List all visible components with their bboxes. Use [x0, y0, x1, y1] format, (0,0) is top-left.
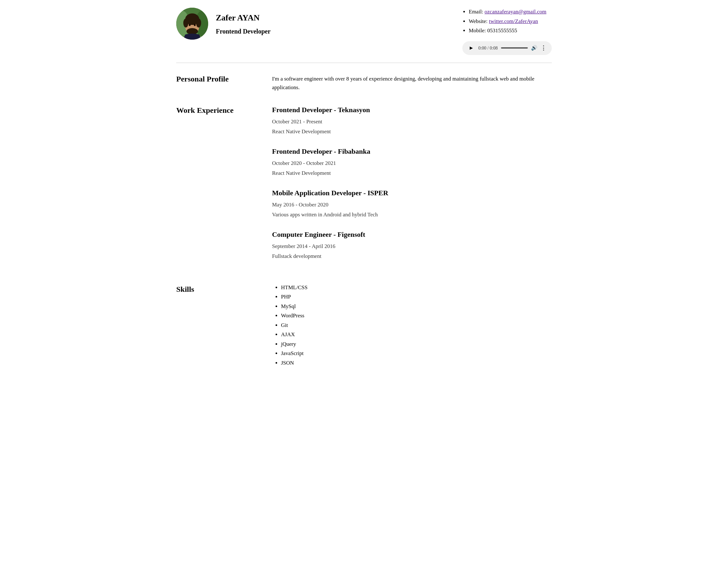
audio-menu-icon[interactable]: ⋮: [541, 44, 547, 52]
name-title: Zafer AYAN Frontend Developer: [216, 12, 270, 36]
work-experience-content: Frontend Developer - TeknasyonOctober 20…: [272, 105, 552, 271]
job-title: Frontend Developer - Teknasyon: [272, 105, 552, 115]
header-left: Zafer AYAN Frontend Developer: [176, 8, 270, 40]
website-label: Website:: [469, 18, 489, 24]
website-link[interactable]: twitter.com/ZaferAyan: [489, 18, 538, 24]
personal-profile-text: I'm a software engineer with over 8 year…: [272, 75, 552, 92]
job-dates: May 2016 - October 2020: [272, 201, 552, 209]
audio-play-button[interactable]: [467, 44, 475, 52]
svg-point-10: [194, 24, 196, 26]
personal-profile-content: I'm a software engineer with over 8 year…: [272, 73, 552, 92]
audio-volume-icon[interactable]: 🔊: [531, 44, 537, 52]
job-entry: Frontend Developer - TeknasyonOctober 20…: [272, 105, 552, 136]
contact-mobile: Mobile: 05315555555: [469, 26, 546, 35]
svg-point-9: [189, 24, 191, 26]
svg-point-6: [183, 19, 189, 27]
page-container: Zafer AYAN Frontend Developer Email: ozc…: [166, 0, 562, 388]
job-title: Frontend Developer - Fibabanka: [272, 146, 552, 156]
skills-content: HTML/CSSPHPMySqlWordPressGitAJAXjQueryJa…: [272, 284, 552, 369]
personal-profile-section: Personal Profile I'm a software engineer…: [176, 73, 552, 92]
mobile-value: 05315555555: [487, 27, 517, 34]
email-link[interactable]: ozcanzaferayan@gmail.com: [485, 8, 547, 15]
skill-item: WordPress: [281, 312, 552, 320]
audio-progress-bar[interactable]: [501, 47, 528, 48]
person-title: Frontend Developer: [216, 26, 270, 36]
job-description: React Native Development: [272, 169, 552, 177]
job-dates: October 2021 - Present: [272, 118, 552, 126]
audio-player[interactable]: 0:00 / 0:08 🔊 ⋮: [462, 41, 552, 55]
job-title: Mobile Application Developer - ISPER: [272, 188, 552, 198]
header: Zafer AYAN Frontend Developer Email: ozc…: [176, 8, 552, 63]
svg-point-7: [196, 19, 201, 27]
skill-item: Git: [281, 321, 552, 330]
header-right: Email: ozcanzaferayan@gmail.com Website:…: [462, 8, 552, 55]
personal-profile-heading: Personal Profile: [176, 73, 259, 85]
job-entry: Frontend Developer - FibabankaOctober 20…: [272, 146, 552, 177]
job-description: React Native Development: [272, 127, 552, 136]
job-title: Computer Engineer - Figensoft: [272, 229, 552, 240]
skill-item: JavaScript: [281, 349, 552, 358]
skill-item: HTML/CSS: [281, 284, 552, 292]
skill-item: AJAX: [281, 331, 552, 339]
work-experience-heading: Work Experience: [176, 105, 259, 116]
job-description: Various apps written in Android and hybr…: [272, 211, 552, 219]
person-name: Zafer AYAN: [216, 12, 270, 24]
job-description: Fullstack development: [272, 252, 552, 260]
skills-section: Skills HTML/CSSPHPMySqlWordPressGitAJAXj…: [176, 284, 552, 369]
contact-website: Website: twitter.com/ZaferAyan: [469, 17, 546, 25]
email-label: Email:: [469, 8, 485, 15]
skill-item: jQuery: [281, 340, 552, 348]
skills-heading: Skills: [176, 284, 259, 295]
personal-profile-label: Personal Profile: [176, 73, 259, 92]
contact-email: Email: ozcanzaferayan@gmail.com: [469, 8, 546, 16]
skills-list: HTML/CSSPHPMySqlWordPressGitAJAXjQueryJa…: [272, 284, 552, 367]
job-dates: September 2014 - April 2016: [272, 242, 552, 251]
skill-item: MySql: [281, 302, 552, 311]
job-entry: Computer Engineer - FigensoftSeptember 2…: [272, 229, 552, 260]
avatar: [176, 8, 208, 40]
audio-time: 0:00 / 0:08: [478, 45, 498, 51]
contact-list: Email: ozcanzaferayan@gmail.com Website:…: [462, 8, 546, 36]
work-experience-section: Work Experience Frontend Developer - Tek…: [176, 105, 552, 271]
skills-label: Skills: [176, 284, 259, 369]
mobile-label: Mobile:: [469, 27, 487, 34]
job-entry: Mobile Application Developer - ISPERMay …: [272, 188, 552, 219]
skill-item: JSON: [281, 359, 552, 367]
job-dates: October 2020 - October 2021: [272, 159, 552, 167]
skill-item: PHP: [281, 293, 552, 301]
work-experience-label: Work Experience: [176, 105, 259, 271]
